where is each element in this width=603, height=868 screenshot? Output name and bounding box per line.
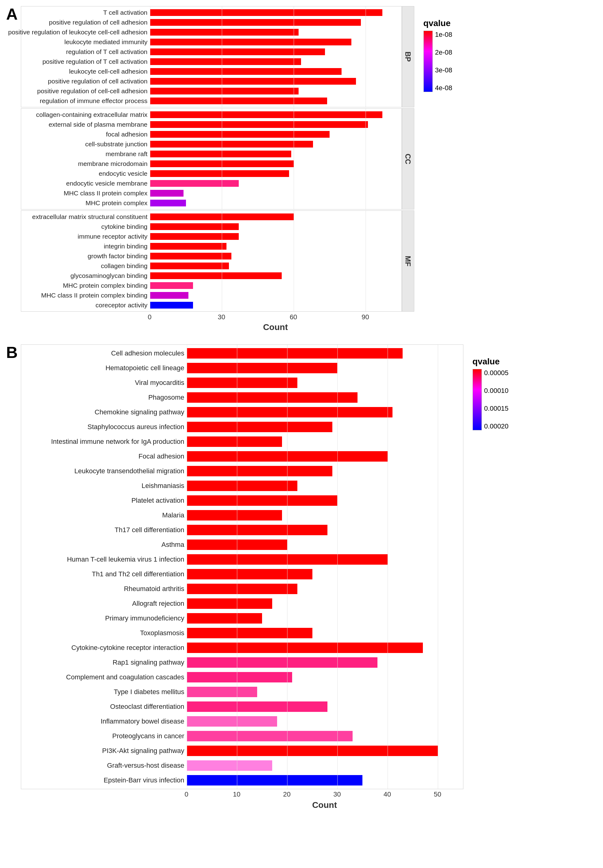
bar-row bbox=[150, 188, 402, 198]
bar bbox=[187, 731, 353, 741]
group-BP: T cell activationpositive regulation of … bbox=[21, 6, 414, 107]
bar bbox=[150, 131, 330, 138]
y-label: endocytic vesicle bbox=[99, 169, 148, 179]
bar-row bbox=[150, 231, 402, 241]
panel-b-legend-label-0: 0.00005 bbox=[484, 369, 509, 377]
bar bbox=[150, 58, 301, 65]
panel-a-chart-area: T cell activationpositive regulation of … bbox=[21, 6, 597, 332]
y-labels-CC: collagen-containing extracellular matrix… bbox=[21, 109, 150, 209]
bar-row bbox=[187, 655, 463, 670]
bar-row bbox=[150, 86, 402, 96]
bar bbox=[187, 348, 403, 359]
panel-a-legend: qvalue 1e-08 2e-08 3e-08 4e-08 bbox=[424, 6, 452, 93]
bar bbox=[187, 363, 337, 373]
panel-b-x-ticks: 01020304050 bbox=[187, 789, 463, 799]
panel-b-legend-label-3: 0.00020 bbox=[484, 422, 509, 430]
panel-a: A T cell activationpositive regulation o… bbox=[6, 6, 597, 332]
bar-row bbox=[150, 290, 402, 300]
y-label: Leishmaniasis bbox=[141, 478, 184, 493]
bar bbox=[150, 48, 325, 55]
panel-b-legend-labels: 0.00005 0.00010 0.00015 0.00020 bbox=[484, 369, 509, 430]
y-label: focal adhesion bbox=[106, 130, 147, 139]
bar bbox=[187, 554, 388, 565]
panel-b-x-title: Count bbox=[187, 800, 463, 810]
y-label: leukocyte cell-cell adhesion bbox=[69, 66, 148, 76]
panel-a-grouped-charts: T cell activationpositive regulation of … bbox=[21, 6, 414, 332]
y-label: Leukocyte transendothelial migration bbox=[74, 464, 184, 478]
y-label: positive regulation of T cell activation bbox=[42, 57, 147, 66]
figure-container: A T cell activationpositive regulation o… bbox=[6, 6, 597, 810]
y-label: Chemokine signaling pathway bbox=[94, 405, 184, 419]
panel-b-legend-title: qvalue bbox=[473, 357, 500, 367]
bar bbox=[187, 760, 272, 771]
bar-row bbox=[150, 139, 402, 149]
x-tick-label: 10 bbox=[233, 790, 240, 799]
group-MF: extracellular matrix structural constitu… bbox=[21, 210, 414, 311]
bar bbox=[150, 190, 184, 197]
bar-row bbox=[150, 159, 402, 169]
y-label: MHC protein complex binding bbox=[63, 281, 147, 290]
bar-row bbox=[150, 212, 402, 222]
bar bbox=[187, 687, 257, 697]
y-label: positive regulation of leukocyte cell-ce… bbox=[8, 27, 147, 37]
bar bbox=[150, 292, 189, 299]
x-tick-label: 0 bbox=[184, 790, 188, 799]
y-label: Type I diabetes mellitus bbox=[114, 685, 184, 699]
bar-row bbox=[187, 419, 463, 434]
bar-row bbox=[150, 66, 402, 76]
y-label: MHC class II protein complex binding bbox=[41, 290, 148, 300]
panel-a-legend-label-3: 4e-08 bbox=[435, 84, 452, 92]
bar bbox=[187, 392, 357, 403]
bar-row bbox=[187, 773, 463, 788]
bar-row bbox=[187, 714, 463, 729]
bar bbox=[150, 141, 313, 148]
group-label-CC: CC bbox=[402, 109, 414, 209]
x-tick-label: 90 bbox=[362, 313, 369, 321]
bar-row bbox=[150, 241, 402, 251]
bar bbox=[150, 253, 232, 259]
y-label: Inflammatory bowel disease bbox=[100, 714, 184, 729]
bar bbox=[187, 775, 363, 785]
bar-row bbox=[187, 581, 463, 596]
y-label: leukocyte mediated immunity bbox=[65, 37, 148, 47]
y-label: Osteoclast differentiation bbox=[110, 699, 184, 714]
bar-row bbox=[187, 493, 463, 508]
panel-a-legend-labels: 1e-08 2e-08 3e-08 4e-08 bbox=[435, 31, 452, 92]
y-label: Cytokine-cytokine receptor interaction bbox=[71, 640, 184, 655]
bar-row bbox=[150, 27, 402, 37]
bar-row bbox=[187, 375, 463, 390]
bar bbox=[150, 39, 351, 45]
y-label: Primary immunodeficiency bbox=[105, 611, 184, 626]
y-label: Viral myocarditis bbox=[135, 375, 184, 390]
bar bbox=[187, 746, 438, 756]
bar-row bbox=[187, 361, 463, 375]
bar-row bbox=[150, 76, 402, 86]
bar-row bbox=[187, 434, 463, 449]
bar bbox=[150, 121, 368, 128]
bar-row bbox=[150, 179, 402, 188]
y-label: glycosaminoglycan binding bbox=[71, 271, 148, 281]
bar bbox=[150, 200, 186, 207]
bar bbox=[187, 451, 388, 462]
bar-row bbox=[150, 130, 402, 139]
y-label: Hematopoietic cell lineage bbox=[105, 361, 184, 375]
bar-row bbox=[150, 37, 402, 47]
panel-a-x-axis: 0306090Count bbox=[150, 313, 401, 332]
bar bbox=[150, 180, 239, 187]
bar bbox=[187, 628, 312, 638]
bar-row bbox=[150, 149, 402, 159]
bar-row bbox=[150, 198, 402, 208]
bar-row bbox=[187, 449, 463, 464]
bar-row bbox=[150, 222, 402, 231]
panel-b-bars bbox=[187, 345, 463, 789]
bar-row bbox=[187, 346, 463, 361]
bar-row bbox=[187, 758, 463, 773]
x-tick-label: 0 bbox=[148, 313, 151, 321]
y-label: positive regulation of cell adhesion bbox=[49, 17, 148, 27]
bar-row bbox=[150, 8, 402, 17]
panel-b-x-axis: 01020304050Count bbox=[187, 789, 463, 810]
y-labels-MF: extracellular matrix structural constitu… bbox=[21, 211, 150, 311]
bar-row bbox=[150, 300, 402, 310]
bar bbox=[150, 243, 227, 250]
bar bbox=[187, 481, 297, 491]
